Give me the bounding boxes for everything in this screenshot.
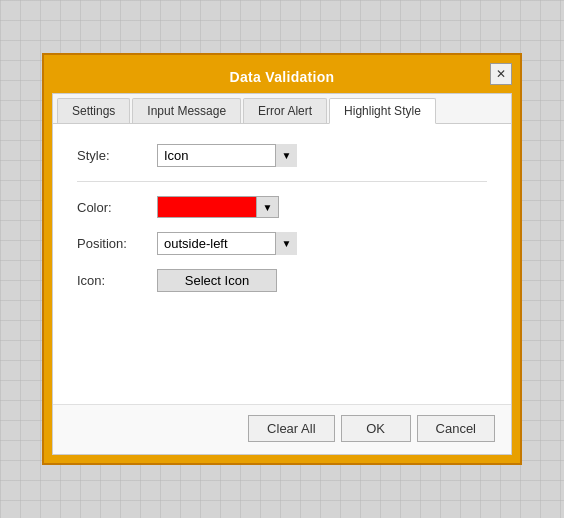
color-label: Color: — [77, 200, 157, 215]
tab-highlight-style[interactable]: Highlight Style — [329, 98, 436, 124]
tab-settings[interactable]: Settings — [57, 98, 130, 123]
dialog-window: Data Validation ✕ Settings Input Message… — [42, 53, 522, 465]
position-control: outside-left outside-right inside-left i… — [157, 232, 297, 255]
color-swatch[interactable] — [157, 196, 257, 218]
style-row: Style: Icon Text Border ▼ — [77, 144, 487, 182]
cancel-button[interactable]: Cancel — [417, 415, 495, 442]
position-label: Position: — [77, 236, 157, 251]
dialog-footer: Clear All OK Cancel — [53, 404, 511, 454]
color-dropdown-button[interactable]: ▼ — [257, 196, 279, 218]
content-area: Style: Icon Text Border ▼ Color: — [53, 124, 511, 404]
select-icon-button[interactable]: Select Icon — [157, 269, 277, 292]
color-dropdown-icon: ▼ — [263, 202, 273, 213]
title-bar: Data Validation ✕ — [52, 63, 512, 93]
position-row: Position: outside-left outside-right ins… — [77, 232, 487, 255]
dialog-content: Settings Input Message Error Alert Highl… — [52, 93, 512, 455]
dialog-title: Data Validation — [230, 69, 335, 85]
icon-control: Select Icon — [157, 269, 277, 292]
style-control: Icon Text Border ▼ — [157, 144, 297, 167]
style-select[interactable]: Icon Text Border — [157, 144, 297, 167]
style-select-wrapper: Icon Text Border ▼ — [157, 144, 297, 167]
close-button[interactable]: ✕ — [490, 63, 512, 85]
tab-error-alert[interactable]: Error Alert — [243, 98, 327, 123]
clear-all-button[interactable]: Clear All — [248, 415, 334, 442]
ok-button[interactable]: OK — [341, 415, 411, 442]
tab-input-message[interactable]: Input Message — [132, 98, 241, 123]
color-control: ▼ — [157, 196, 279, 218]
position-select-wrapper: outside-left outside-right inside-left i… — [157, 232, 297, 255]
icon-label: Icon: — [77, 273, 157, 288]
color-row: Color: ▼ — [77, 196, 487, 218]
icon-row: Icon: Select Icon — [77, 269, 487, 292]
position-select[interactable]: outside-left outside-right inside-left i… — [157, 232, 297, 255]
tab-bar: Settings Input Message Error Alert Highl… — [53, 94, 511, 124]
style-label: Style: — [77, 148, 157, 163]
